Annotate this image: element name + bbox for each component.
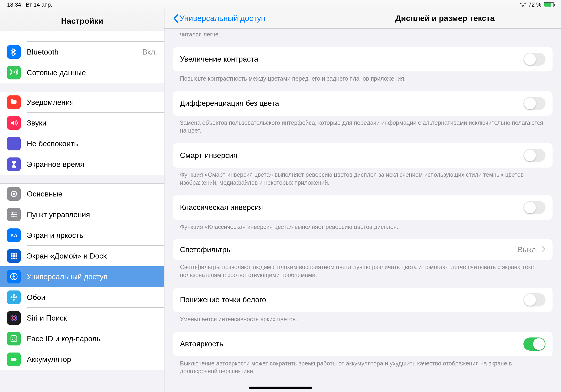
sidebar-item[interactable]: Универсальный доступ bbox=[0, 266, 164, 287]
svg-rect-8 bbox=[11, 253, 12, 254]
sidebar-item[interactable]: Основные bbox=[0, 184, 164, 204]
sidebar-item-label: Face ID и код-пароль bbox=[27, 334, 157, 343]
sidebar-item-label: Экранное время bbox=[27, 160, 157, 169]
setting-caption: Функция «Смарт-инверсия цвета» выполняет… bbox=[173, 168, 552, 187]
svg-point-19 bbox=[13, 296, 15, 298]
sidebar-item[interactable]: AAЭкран и яркость bbox=[0, 225, 164, 246]
sidebar-item[interactable]: Сотовые данные bbox=[0, 62, 164, 83]
bell-icon bbox=[7, 95, 21, 109]
sidebar-item-label: Экран и яркость bbox=[27, 231, 157, 240]
sidebar-item-label: Уведомления bbox=[27, 98, 157, 107]
sidebar-item[interactable]: Обои bbox=[0, 287, 164, 308]
main-scroll[interactable]: читался легче. Увеличение контрастаПовыс… bbox=[164, 29, 561, 392]
setting-cell[interactable]: Автояркость bbox=[173, 332, 552, 356]
setting-label: Классическая инверсия bbox=[180, 203, 523, 212]
chevron-left-icon bbox=[173, 14, 179, 23]
sidebar-item-partial[interactable] bbox=[0, 31, 164, 42]
toggle-switch[interactable] bbox=[523, 53, 546, 66]
sidebar-item[interactable]: Звуки bbox=[0, 113, 164, 133]
svg-rect-13 bbox=[15, 255, 17, 257]
sidebar-item[interactable]: Экранное время bbox=[0, 154, 164, 174]
speaker-icon bbox=[7, 116, 21, 130]
home-indicator[interactable] bbox=[249, 387, 312, 389]
svg-point-24 bbox=[11, 315, 17, 321]
sidebar-item-label: Обои bbox=[27, 293, 157, 302]
svg-point-21 bbox=[13, 299, 15, 301]
sidebar-item[interactable]: Не беспокоить bbox=[0, 133, 164, 154]
toggle-switch[interactable] bbox=[523, 338, 546, 351]
sidebar-header: Настройки bbox=[0, 9, 164, 31]
sidebar-title: Настройки bbox=[0, 16, 164, 26]
toggle-switch[interactable] bbox=[523, 201, 546, 214]
toggle-switch[interactable] bbox=[523, 97, 546, 110]
face-icon bbox=[7, 332, 21, 346]
setting-cell[interactable]: СветофильтрыВыкл. bbox=[173, 239, 552, 260]
setting-value: Выкл. bbox=[518, 245, 538, 254]
sidebar: Настройки BluetoothВкл.Сотовые данныеУве… bbox=[0, 9, 164, 392]
svg-rect-15 bbox=[13, 258, 15, 259]
sidebar-item[interactable]: Пункт управления bbox=[0, 204, 164, 225]
sidebar-item[interactable]: Аккумулятор bbox=[0, 349, 164, 370]
setting-caption: Повысьте контрастность между цветами пер… bbox=[173, 71, 552, 83]
moon-icon bbox=[7, 137, 21, 150]
back-button[interactable]: Универсальный доступ bbox=[173, 14, 265, 23]
setting-cell[interactable]: Увеличение контраста bbox=[173, 47, 552, 71]
setting-cell[interactable]: Классическая инверсия bbox=[173, 195, 552, 220]
setting-caption: Светофильтры позволяют людям с плохим во… bbox=[173, 260, 552, 279]
svg-point-18 bbox=[13, 274, 15, 276]
main-panel: Универсальный доступ Дисплей и размер те… bbox=[164, 9, 561, 392]
access-icon bbox=[7, 270, 21, 283]
sidebar-item[interactable]: Siri и Поиск bbox=[0, 308, 164, 328]
svg-point-27 bbox=[12, 338, 13, 338]
svg-rect-14 bbox=[11, 258, 12, 259]
svg-rect-9 bbox=[13, 253, 15, 254]
status-left: 18:34 Вт 14 апр. bbox=[7, 1, 52, 8]
status-time: 18:34 bbox=[7, 1, 21, 8]
svg-point-22 bbox=[11, 296, 13, 298]
hourglass-icon bbox=[7, 157, 21, 171]
gear-icon bbox=[7, 187, 21, 201]
svg-point-3 bbox=[13, 193, 15, 195]
sidebar-item[interactable]: Уведомления bbox=[0, 92, 164, 113]
svg-point-1 bbox=[11, 99, 13, 101]
setting-cell[interactable]: Дифференциация без цвета bbox=[173, 91, 552, 116]
svg-point-25 bbox=[12, 316, 15, 320]
flower-icon bbox=[7, 291, 21, 304]
sidebar-item-label: Не беспокоить bbox=[27, 139, 157, 148]
sliders-icon bbox=[7, 208, 21, 221]
sidebar-item-detail: Вкл. bbox=[142, 48, 157, 56]
setting-caption: Замена объектов пользовательского интерф… bbox=[173, 116, 552, 135]
sidebar-item-label: Звуки bbox=[27, 119, 157, 127]
setting-label: Увеличение контраста bbox=[180, 55, 523, 64]
setting-caption: Выключение автояркости может сократить в… bbox=[173, 356, 552, 376]
svg-rect-11 bbox=[11, 255, 12, 257]
sidebar-item-label: Bluetooth bbox=[27, 48, 142, 56]
setting-label: Автояркость bbox=[180, 340, 523, 348]
sidebar-item-label: Экран «Домой» и Dock bbox=[27, 252, 157, 260]
toggle-switch[interactable] bbox=[523, 149, 546, 162]
sidebar-scroll[interactable]: BluetoothВкл.Сотовые данныеУведомленияЗв… bbox=[0, 31, 164, 392]
back-label: Универсальный доступ bbox=[180, 14, 265, 23]
aa-icon: AA bbox=[7, 229, 21, 242]
sidebar-item-label: Аккумулятор bbox=[27, 355, 157, 364]
setting-cell[interactable]: Понижение точки белого bbox=[173, 288, 552, 312]
svg-point-4 bbox=[12, 212, 13, 214]
battery-icon bbox=[544, 2, 554, 7]
siri-icon bbox=[7, 311, 21, 325]
sidebar-item[interactable]: Экран «Домой» и Dock bbox=[0, 246, 164, 266]
svg-rect-30 bbox=[16, 359, 17, 360]
sidebar-item-label: Основные bbox=[27, 190, 157, 198]
sidebar-item[interactable]: Face ID и код-пароль bbox=[0, 328, 164, 349]
main-header: Универсальный доступ Дисплей и размер те… bbox=[164, 9, 561, 29]
svg-rect-12 bbox=[13, 255, 15, 257]
svg-rect-10 bbox=[15, 253, 17, 254]
sidebar-item[interactable]: BluetoothВкл. bbox=[0, 42, 164, 62]
svg-point-6 bbox=[12, 216, 14, 217]
setting-cell[interactable]: Смарт-инверсия bbox=[173, 143, 552, 168]
antenna-icon bbox=[7, 66, 21, 79]
sidebar-item-label: Пункт управления bbox=[27, 210, 157, 219]
toggle-switch[interactable] bbox=[523, 293, 546, 306]
setting-label: Светофильтры bbox=[180, 245, 518, 254]
setting-label: Смарт-инверсия bbox=[180, 151, 523, 160]
svg-point-28 bbox=[14, 338, 15, 338]
